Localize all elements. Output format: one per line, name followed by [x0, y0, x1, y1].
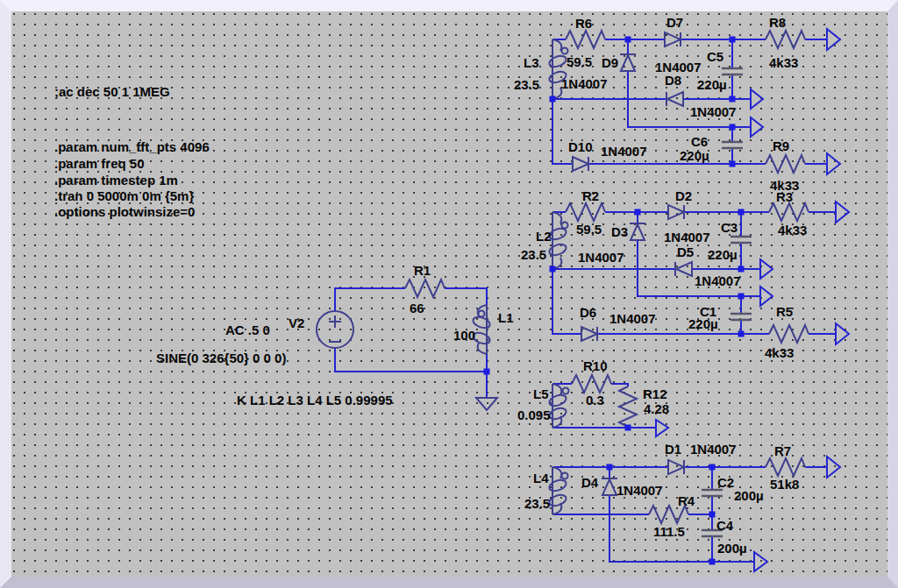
inductor-L5-symbol[interactable] [548, 384, 569, 428]
capacitor-C2-symbol[interactable] [702, 490, 723, 496]
resistor-R6-ref-label[interactable]: R6 [575, 16, 592, 31]
capacitor-C5-value-label[interactable]: 220µ [697, 77, 727, 92]
capacitor-C1-symbol[interactable] [731, 314, 752, 320]
resistor-R2-symbol[interactable] [566, 203, 605, 221]
output-port-arrow[interactable] [827, 457, 840, 478]
resistor-R1-value-label[interactable]: 66 [410, 301, 424, 315]
output-port-arrow[interactable] [656, 420, 668, 436]
output-port-arrow[interactable] [760, 259, 773, 279]
inductor-L3-value-label[interactable]: 23.5 [514, 77, 539, 92]
capacitor-C6-value-label[interactable]: 220µ [680, 148, 709, 163]
output-port-arrow[interactable] [827, 153, 840, 174]
capacitor-C5-ref-label[interactable]: C5 [707, 49, 723, 64]
diode-D2-ref-label[interactable]: D2 [675, 188, 692, 203]
resistor-R4-ref-label[interactable]: R4 [678, 493, 695, 508]
resistor-R3-value-label[interactable]: 4k33 [778, 223, 807, 237]
diode-D4-value-label[interactable]: 1N4007 [616, 483, 663, 498]
capacitor-C4-ref-label[interactable]: C4 [716, 518, 734, 533]
resistor-R8-value-label[interactable]: 4k33 [769, 55, 798, 70]
diode-D2-symbol[interactable] [668, 205, 684, 219]
directive-tran[interactable]: .tran 0 5000m 0m {5m} [54, 188, 194, 203]
directive-options[interactable]: .options plotwinsize=0 [54, 204, 195, 219]
capacitor-C5-symbol[interactable] [722, 68, 743, 74]
capacitor-C2-ref-label[interactable]: C2 [717, 475, 734, 490]
output-port-arrow[interactable] [751, 89, 763, 109]
source-ref-label[interactable]: V2 [289, 315, 304, 330]
diode-D3-symbol[interactable] [630, 223, 645, 240]
resistor-R10-ref-label[interactable]: R10 [583, 358, 608, 373]
resistor-R9-symbol[interactable] [766, 155, 805, 173]
inductor-L3-ref-label[interactable]: L3 [524, 55, 539, 70]
directive-coupling[interactable]: K L1 L2 L3 L4 L5 0.99995 [237, 393, 393, 407]
inductor-L5-ref-label[interactable]: L5 [533, 386, 549, 401]
schematic-canvas[interactable]: ;ac dec 50 1 1MEG .param num_fft_pts 409… [0, 0, 898, 588]
output-port-arrow[interactable] [836, 323, 849, 344]
diode-D5-ref-label[interactable]: D5 [677, 244, 694, 259]
diode-D8-ref-label[interactable]: D8 [665, 73, 681, 88]
resistor-R5-symbol[interactable] [769, 325, 809, 343]
resistor-R1-ref-label[interactable]: R1 [414, 263, 431, 278]
inductor-L2-value-label[interactable]: 23.5 [521, 247, 546, 262]
output-port-arrow[interactable] [836, 202, 849, 223]
diode-D9-symbol[interactable] [620, 54, 636, 71]
output-port-arrow[interactable] [760, 287, 773, 306]
resistor-R3-symbol[interactable] [769, 203, 809, 221]
diode-D8-symbol[interactable] [666, 92, 683, 106]
directive-ac[interactable]: ;ac dec 50 1 1MEG [54, 84, 170, 99]
resistor-R7-value-label[interactable]: 51k8 [770, 477, 799, 492]
resistor-R9-ref-label[interactable]: R9 [773, 138, 789, 153]
diode-D3-value-label[interactable]: 1N4007 [578, 250, 624, 265]
resistor-R2-ref-label[interactable]: R2 [582, 188, 599, 203]
inductor-L2-ref-label[interactable]: L2 [536, 229, 552, 244]
diode-D5-value-label[interactable]: 1N4007 [695, 273, 741, 288]
diode-D4-symbol[interactable] [602, 478, 617, 495]
diode-D8-value-label[interactable]: 1N4007 [690, 104, 737, 119]
diode-D7-ref-label[interactable]: D7 [666, 15, 683, 30]
capacitor-C2-value-label[interactable]: 200µ [734, 488, 764, 503]
output-port-arrow[interactable] [751, 117, 763, 137]
capacitor-C6-ref-label[interactable]: C6 [691, 134, 708, 149]
diode-D5-symbol[interactable] [675, 262, 692, 276]
capacitor-C3-symbol[interactable] [731, 237, 752, 243]
resistor-R5-value-label[interactable]: 4k33 [765, 345, 794, 360]
inductor-L4-ref-label[interactable]: L4 [533, 471, 549, 485]
diode-D10-symbol[interactable] [573, 157, 588, 171]
diode-D6-value-label[interactable]: 1N4007 [609, 311, 656, 326]
inductor-L1-ref-label[interactable]: L1 [498, 310, 514, 325]
capacitor-C3-value-label[interactable]: 220µ [708, 247, 738, 262]
capacitor-C3-ref-label[interactable]: C3 [721, 220, 738, 235]
diode-D10-ref-label[interactable]: D10 [568, 139, 593, 154]
diode-D6-ref-label[interactable]: D6 [580, 305, 596, 320]
resistor-R10-symbol[interactable] [572, 375, 611, 393]
capacitor-C6-symbol[interactable] [722, 142, 743, 148]
diode-D1-symbol[interactable] [668, 460, 684, 474]
resistor-R7-symbol[interactable] [766, 458, 805, 476]
source-sine-spec-label[interactable]: SINE(0 326{50} 0 0 0) [156, 351, 286, 365]
source-ac-spec-label[interactable]: AC .5 0 [225, 322, 270, 337]
voltage-source-V2-symbol[interactable] [317, 311, 353, 348]
diode-D7-symbol[interactable] [665, 32, 681, 46]
resistor-R6-symbol[interactable] [566, 31, 605, 48]
diode-D4-ref-label[interactable]: D4 [581, 475, 599, 490]
inductor-L1-value-label[interactable]: 100 [453, 328, 475, 343]
capacitor-C1-value-label[interactable]: 220µ [688, 316, 718, 331]
resistor-R4-value-label[interactable]: 111.5 [653, 524, 685, 539]
resistor-R1-symbol[interactable] [405, 280, 445, 297]
resistor-R12-value-label[interactable]: 4.28 [644, 401, 669, 416]
inductor-L4-value-label[interactable]: 23.5 [524, 496, 550, 511]
inductor-L4-symbol[interactable] [548, 467, 568, 514]
diode-D9-value-label[interactable]: 1N4007 [561, 76, 608, 91]
resistor-R12-symbol[interactable] [619, 386, 637, 427]
resistor-R12-ref-label[interactable]: R12 [643, 386, 667, 401]
diode-D1-value-label[interactable]: 1N4007 [690, 442, 737, 457]
resistor-R8-ref-label[interactable]: R8 [769, 15, 786, 30]
diode-D9-ref-label[interactable]: D9 [602, 55, 618, 70]
diode-D10-value-label[interactable]: 1N4007 [601, 144, 647, 159]
resistor-R7-ref-label[interactable]: R7 [774, 443, 791, 458]
diode-D2-value-label[interactable]: 1N4007 [664, 230, 710, 244]
resistor-R8-symbol[interactable] [766, 31, 805, 48]
directive-param-fft[interactable]: .param num_fft_pts 4096 [54, 139, 210, 154]
diode-D1-ref-label[interactable]: D1 [665, 442, 681, 457]
diode-D3-ref-label[interactable]: D3 [611, 224, 628, 239]
resistor-R4-symbol[interactable] [649, 506, 688, 523]
